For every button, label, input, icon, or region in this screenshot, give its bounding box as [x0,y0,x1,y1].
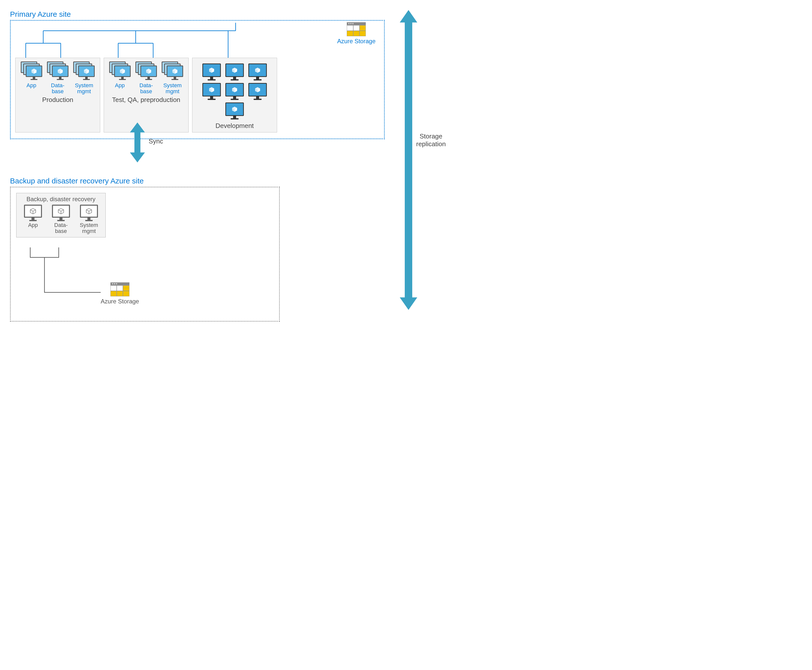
development-zone-label: Development [196,122,273,130]
dev-vm [203,63,221,81]
primary-azure-storage: Azure Storage [337,22,375,45]
dev-vm [248,63,267,81]
test-app-tier: App [108,61,132,95]
production-system-mgmt-tier: System mgmt [72,61,96,95]
tier-label: Data- base [139,83,153,95]
production-zone-label: Production [19,96,96,104]
primary-site-title: Primary Azure site [10,10,385,19]
dr-storage-label: Azure Storage [101,298,139,305]
dr-site-container: Backup, disaster recovery App Data- base… [10,187,280,321]
storage-icon [347,22,366,36]
vm-stack [162,61,183,81]
vm-stack [109,61,131,81]
dev-vm [225,63,244,81]
tier-label: Data- base [54,222,68,234]
primary-site-container: Azure Storage App [10,20,385,139]
test-qa-zone: App Data- base [104,58,189,132]
development-zone: Development [192,58,277,132]
dr-app-tier: App [21,205,45,234]
vm-stack [73,61,95,81]
tier-label: System mgmt [75,83,93,95]
sync-arrow [130,122,145,162]
tier-label: App [28,222,38,228]
dev-vm [203,83,221,100]
tier-label: App [115,83,125,88]
backup-dr-zone-heading: Backup, disaster recovery [20,196,103,203]
storage-icon [110,283,130,296]
test-system-mgmt-tier: System mgmt [160,61,185,95]
production-database-tier: Data- base [45,61,70,95]
storage-replication-arrow [400,10,417,310]
backup-dr-zone: Backup, disaster recovery App Data- base… [16,193,106,237]
tier-label: System mgmt [80,222,98,234]
vm-stack [135,61,157,81]
tier-label: Data- base [51,83,64,95]
vm-stack [21,61,42,81]
dr-vm [24,205,42,221]
dev-vm-grid [196,61,273,120]
primary-storage-label: Azure Storage [337,38,375,45]
dr-site-title: Backup and disaster recovery Azure site [10,177,385,185]
dr-system-mgmt-tier: System mgmt [77,205,101,234]
dev-vm [225,83,244,100]
dr-azure-storage: Azure Storage [101,283,139,305]
svg-marker-0 [400,10,417,310]
tier-label: System mgmt [164,83,182,95]
svg-marker-1 [130,122,145,162]
vm-stack [47,61,68,81]
test-database-tier: Data- base [134,61,159,95]
tier-label: App [27,83,36,88]
dr-database-tier: Data- base [49,205,73,234]
dev-vm [225,102,244,120]
production-app-tier: App [19,61,44,95]
sync-label: Sync [149,137,163,145]
dev-vm [248,83,267,100]
dr-vm [52,205,70,221]
architecture-diagram: Storage replication Primary Azure site [10,10,385,320]
storage-replication-label: Storage replication [412,132,450,148]
test-zone-label: Test, QA, preproduction [108,96,185,104]
dr-vm [80,205,98,221]
production-zone: App Data- base [15,58,100,132]
